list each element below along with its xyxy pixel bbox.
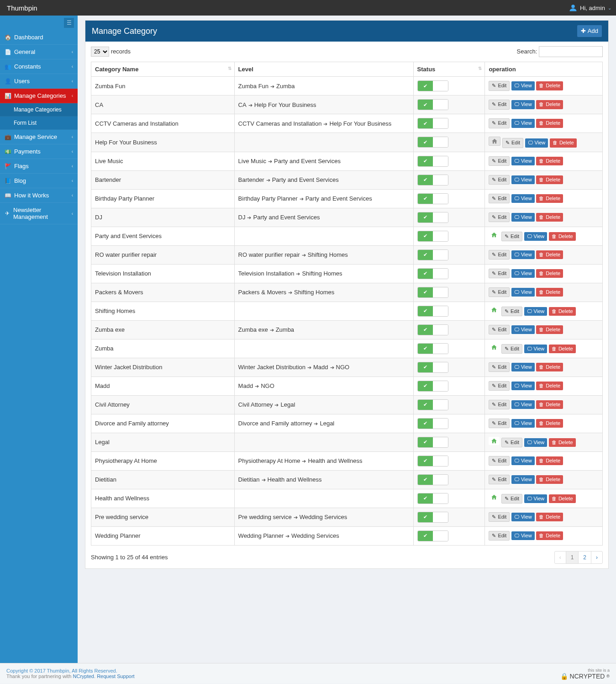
view-button[interactable]: 🖵 View (511, 194, 535, 203)
edit-button[interactable]: ✎ Edit (489, 212, 510, 222)
status-toggle[interactable]: ✔ (417, 268, 448, 279)
edit-button[interactable]: ✎ Edit (489, 81, 510, 90)
edit-button[interactable]: ✎ Edit (489, 250, 510, 260)
view-button[interactable]: 🖵 View (525, 138, 548, 147)
status-toggle[interactable]: ✔ (417, 343, 448, 354)
records-select[interactable]: 25 (91, 47, 109, 57)
page-next[interactable]: › (591, 551, 602, 563)
view-button[interactable]: 🖵 View (511, 100, 535, 109)
edit-button[interactable]: ✎ Edit (489, 475, 510, 484)
footer-support-link[interactable]: Request Support (97, 673, 135, 679)
delete-button[interactable]: 🗑 Delete (536, 363, 563, 371)
delete-button[interactable]: 🗑 Delete (536, 250, 563, 259)
edit-button[interactable]: ✎ Edit (501, 307, 522, 316)
sidebar-item-newsletter-management[interactable]: ✈Newsletter Management‹ (0, 203, 78, 224)
delete-button[interactable]: 🗑 Delete (549, 232, 576, 241)
delete-button[interactable]: 🗑 Delete (550, 138, 577, 147)
view-button[interactable]: 🖵 View (511, 213, 535, 222)
delete-button[interactable]: 🗑 Delete (536, 419, 563, 428)
page-1[interactable]: 1 (566, 551, 579, 563)
view-button[interactable]: 🖵 View (511, 419, 535, 428)
edit-button[interactable]: ✎ Edit (489, 194, 510, 203)
status-toggle[interactable]: ✔ (417, 362, 448, 373)
page-2[interactable]: 2 (579, 551, 591, 563)
view-button[interactable]: 🖵 View (511, 531, 535, 540)
view-button[interactable]: 🖵 View (511, 119, 535, 127)
edit-button[interactable]: ✎ Edit (489, 400, 510, 409)
view-button[interactable]: 🖵 View (511, 157, 535, 165)
sidebar-toggle-button[interactable]: ☰ (64, 18, 74, 28)
view-button[interactable]: 🖵 View (511, 81, 535, 90)
view-button[interactable]: 🖵 View (511, 288, 535, 297)
edit-button[interactable]: ✎ Edit (489, 269, 510, 278)
sidebar-item-general[interactable]: 📄General‹ (0, 45, 78, 59)
delete-button[interactable]: 🗑 Delete (549, 438, 576, 447)
view-button[interactable]: 🖵 View (511, 400, 535, 409)
status-toggle[interactable]: ✔ (417, 456, 448, 467)
view-button[interactable]: 🖵 View (524, 494, 548, 503)
col-status[interactable]: Status (413, 62, 485, 77)
delete-button[interactable]: 🗑 Delete (536, 175, 563, 184)
delete-button[interactable]: 🗑 Delete (536, 513, 563, 521)
status-toggle[interactable]: ✔ (417, 530, 448, 541)
sidebar-item-manage-service[interactable]: 💼Manage Service‹ (0, 130, 78, 144)
home-button[interactable] (489, 306, 500, 314)
sidebar-item-dashboard[interactable]: 🏠Dashboard (0, 30, 78, 45)
view-button[interactable]: 🖵 View (524, 345, 548, 353)
home-button[interactable] (489, 137, 500, 146)
sidebar-item-users[interactable]: 👤Users‹ (0, 74, 78, 89)
delete-button[interactable]: 🗑 Delete (549, 307, 576, 316)
delete-button[interactable]: 🗑 Delete (536, 81, 563, 90)
status-toggle[interactable]: ✔ (417, 324, 448, 335)
status-toggle[interactable]: ✔ (417, 306, 448, 317)
delete-button[interactable]: 🗑 Delete (536, 325, 563, 334)
home-button[interactable] (489, 231, 500, 239)
home-button[interactable] (489, 493, 500, 501)
delete-button[interactable]: 🗑 Delete (549, 494, 576, 503)
delete-button[interactable]: 🗑 Delete (536, 157, 563, 165)
delete-button[interactable]: 🗑 Delete (536, 100, 563, 109)
search-input[interactable] (539, 46, 603, 57)
sidebar-item-manage-categories[interactable]: 📊Manage Categories‹ (0, 89, 78, 103)
status-toggle[interactable]: ✔ (417, 137, 448, 148)
edit-button[interactable]: ✎ Edit (502, 138, 523, 148)
edit-button[interactable]: ✎ Edit (489, 419, 510, 428)
view-button[interactable]: 🖵 View (511, 269, 535, 278)
sidebar-item-constants[interactable]: 👥Constants‹ (0, 59, 78, 74)
delete-button[interactable]: 🗑 Delete (549, 345, 576, 353)
status-toggle[interactable]: ✔ (417, 231, 448, 242)
delete-button[interactable]: 🗑 Delete (536, 194, 563, 203)
edit-button[interactable]: ✎ Edit (489, 156, 510, 166)
view-button[interactable]: 🖵 View (511, 456, 535, 465)
sidebar-subitem-manage-categories[interactable]: Manage Categories (0, 103, 78, 117)
status-toggle[interactable]: ✔ (417, 287, 448, 298)
user-menu[interactable]: Hi, admin ⌄ (569, 4, 611, 12)
delete-button[interactable]: 🗑 Delete (536, 475, 563, 484)
delete-button[interactable]: 🗑 Delete (536, 213, 563, 222)
page-prev[interactable]: ‹ (555, 551, 566, 563)
status-toggle[interactable]: ✔ (417, 193, 448, 204)
footer-ncrypted-link[interactable]: NCrypted (73, 673, 94, 679)
edit-button[interactable]: ✎ Edit (489, 512, 510, 522)
view-button[interactable]: 🖵 View (524, 438, 548, 447)
view-button[interactable]: 🖵 View (511, 250, 535, 259)
edit-button[interactable]: ✎ Edit (489, 362, 510, 372)
home-button[interactable] (489, 343, 500, 351)
status-toggle[interactable]: ✔ (417, 437, 448, 448)
sidebar-item-blog[interactable]: 📘Blog‹ (0, 174, 78, 188)
status-toggle[interactable]: ✔ (417, 493, 448, 504)
view-button[interactable]: 🖵 View (524, 232, 548, 241)
col-category-name[interactable]: Category Name (91, 62, 235, 77)
edit-button[interactable]: ✎ Edit (489, 456, 510, 466)
view-button[interactable]: 🖵 View (511, 363, 535, 371)
delete-button[interactable]: 🗑 Delete (536, 531, 563, 540)
status-toggle[interactable]: ✔ (417, 512, 448, 523)
edit-button[interactable]: ✎ Edit (489, 100, 510, 109)
brand[interactable]: Thumbpin (7, 4, 37, 12)
status-toggle[interactable]: ✔ (417, 156, 448, 167)
status-toggle[interactable]: ✔ (417, 474, 448, 485)
delete-button[interactable]: 🗑 Delete (536, 269, 563, 278)
view-button[interactable]: 🖵 View (511, 382, 535, 390)
edit-button[interactable]: ✎ Edit (501, 344, 522, 354)
delete-button[interactable]: 🗑 Delete (536, 382, 563, 390)
